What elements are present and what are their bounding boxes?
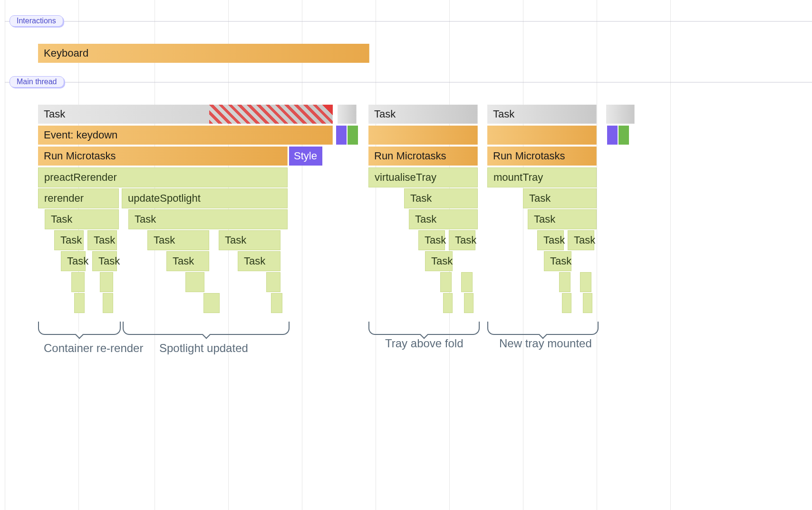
fn-task[interactable]: Task [537,230,564,250]
event-3[interactable] [487,126,597,145]
fn-task[interactable]: Task [128,209,288,229]
fn-task-tiny[interactable] [464,293,474,313]
task-root-tiny-2[interactable] [606,105,635,124]
fn-task-tiny[interactable] [74,293,85,313]
annotation-spotlight-updated: Spotlight updated [159,342,248,355]
brace-icon [487,322,599,335]
fn-task-tiny[interactable] [271,293,282,313]
chip-lime-2[interactable] [619,126,629,145]
fn-task-tiny[interactable] [559,272,570,292]
chip-purple-2[interactable] [607,126,618,145]
fn-update-spotlight[interactable]: updateSpotlight [122,188,288,208]
fn-task[interactable]: Task [523,188,597,208]
annotation-new-tray-mounted: New tray mounted [499,337,592,350]
chip-lime[interactable] [348,126,358,145]
fn-task[interactable]: Task [219,230,280,250]
task-root-3[interactable]: Task [487,105,597,124]
fn-task[interactable]: Task [45,209,119,229]
fn-task[interactable]: Task [61,251,86,271]
fn-task-tiny[interactable] [71,272,85,292]
fn-task-tiny[interactable] [443,293,453,313]
gridline [228,0,229,510]
fn-task[interactable]: Task [544,251,571,271]
brace-icon [38,322,121,335]
annotation-tray-above-fold: Tray above fold [385,337,464,350]
brace-icon [123,322,290,335]
fn-task-tiny[interactable] [103,293,113,313]
fn-preact-rerender[interactable]: preactRerender [38,167,288,187]
fn-task[interactable]: Task [147,230,209,250]
fn-task[interactable]: Task [409,209,478,229]
fn-task-tiny[interactable] [185,272,204,292]
section-label-interactions[interactable]: Interactions [10,15,63,27]
gridline [5,0,5,510]
gridline [302,0,302,510]
section-rule [5,21,812,22]
long-task-triangle-icon [322,105,333,115]
fn-task[interactable]: Task [528,209,597,229]
fn-task[interactable]: Task [404,188,478,208]
fn-task[interactable]: Task [449,230,475,250]
brace-icon [368,322,480,335]
fn-task[interactable]: Task [238,251,280,271]
fn-rerender[interactable]: rerender [38,188,119,208]
section-label-main-thread[interactable]: Main thread [10,76,64,88]
event-keydown[interactable]: Event: keydown [38,126,333,145]
fn-task[interactable]: Task [568,230,594,250]
long-task-hatch-icon [209,105,333,124]
gridline [155,0,155,510]
fn-task-tiny[interactable] [461,272,473,292]
style-block[interactable]: Style [289,147,322,166]
fn-task-tiny[interactable] [580,272,591,292]
fn-task[interactable]: Task [87,230,117,250]
run-microtasks-3[interactable]: Run Microtasks [487,147,597,166]
fn-mount-tray[interactable]: mountTray [487,167,597,187]
run-microtasks-2[interactable]: Run Microtasks [368,147,478,166]
annotation-container-rerender: Container re-render [44,342,143,355]
event-2[interactable] [368,126,478,145]
run-microtasks-1[interactable]: Run Microtasks [38,147,288,166]
fn-task-tiny[interactable] [100,272,113,292]
task-root-tiny[interactable] [338,105,357,124]
fn-task-tiny[interactable] [562,293,571,313]
chip-purple[interactable] [336,126,347,145]
gridline [376,0,376,510]
gridline [523,0,523,510]
section-rule [5,82,812,83]
fn-task[interactable]: Task [166,251,209,271]
gridline [670,0,671,510]
fn-task[interactable]: Task [425,251,453,271]
fn-task-tiny[interactable] [266,272,280,292]
fn-task-tiny[interactable] [440,272,452,292]
fn-task-tiny[interactable] [203,293,220,313]
fn-task[interactable]: Task [54,230,84,250]
gridline [597,0,597,510]
flame-chart: Interactions Keyboard Main thread Task T… [0,0,812,510]
fn-virtualise-tray[interactable]: virtualiseTray [368,167,478,187]
fn-task-tiny[interactable] [583,293,592,313]
fn-task[interactable]: Task [92,251,117,271]
task-root-2[interactable]: Task [368,105,478,124]
fn-task[interactable]: Task [418,230,445,250]
interaction-keyboard[interactable]: Keyboard [38,44,369,63]
